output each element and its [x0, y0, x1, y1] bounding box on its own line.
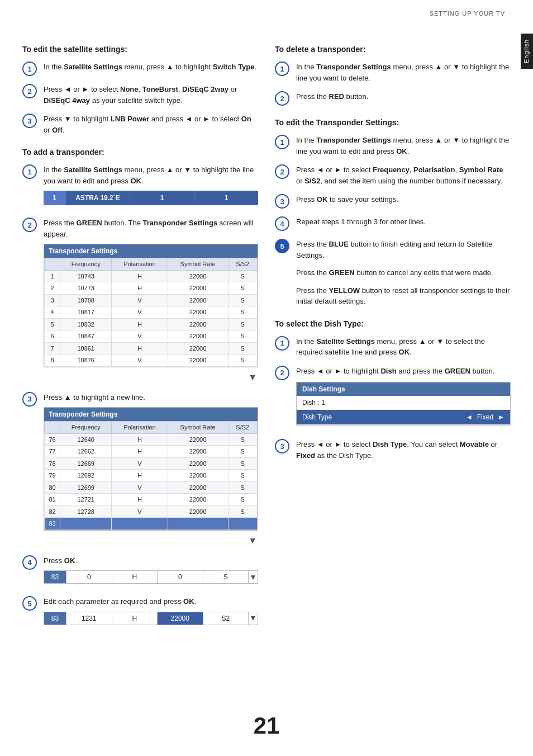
ts2-cell-s: S [228, 470, 257, 482]
table-row: 5 10832 H 22000 S [45, 318, 258, 330]
ts2-cell-num: 79 [45, 470, 60, 482]
table-row: 78 12669 V 22000 S [45, 457, 258, 470]
ts2-cell-s [228, 518, 257, 530]
ts-cell-pol: H [112, 342, 168, 355]
dish-step-icon-3: 3 [275, 439, 289, 453]
ts2-cell-pol: H [112, 494, 168, 506]
ts-cell-num: 6 [45, 330, 60, 343]
edit-tp-step-icon-4: 4 [275, 216, 289, 231]
ts2-cell-pol: H [112, 433, 168, 446]
edit-tp-step5: 5 Press the BLUE button to finish editin… [275, 239, 511, 307]
pb1-col2: 0 [66, 571, 112, 583]
add-tp-step-icon-2: 2 [22, 218, 37, 232]
ts2-col-pol: Polarisation [112, 422, 168, 434]
ts2-cell-s: S [228, 433, 257, 446]
ts-cell-sym: 22000 [168, 270, 228, 282]
ts-cell-s: S [228, 355, 257, 367]
del-tp-step2-content: Press the RED button. [296, 91, 511, 102]
dish-type-label: Dish Type [302, 412, 332, 422]
edit-sat-step2-content: Press ◄ or ► to select None, ToneBurst, … [44, 84, 258, 106]
ts2-cell-num: 80 [45, 481, 60, 494]
ts-cell-num: 1 [45, 270, 60, 282]
ts-col-pol: Polarisation [112, 258, 168, 271]
edit-sat-step3: 3 Press ▼ to highlight LNB Power and pre… [22, 114, 258, 135]
dish-step-icon-2: 2 [275, 366, 289, 380]
ts-cell-pol: V [112, 330, 168, 343]
edit-tp-step-icon-2: 2 [275, 164, 289, 179]
add-tp-step4-content: Press OK. 83 0 H 0 S ▼ [44, 555, 258, 589]
pb1-col5: S [203, 571, 249, 583]
ts2-cell-sym: 22000 [168, 457, 228, 470]
step-icon-1: 1 [22, 62, 37, 76]
ts2-cell-freq [60, 518, 112, 530]
dish-type-left-arrow[interactable]: ◄ [466, 412, 473, 422]
ts-cell-pol: V [112, 355, 168, 367]
ts2-cell-sym: 22000 [168, 446, 228, 458]
ts2-cell-freq: 12699 [60, 481, 112, 494]
table-row: 7 10861 H 22000 S [45, 342, 258, 355]
ts-cell-freq: 10876 [60, 355, 112, 367]
dish-type-right-arrow[interactable]: ► [498, 412, 505, 422]
add-tp-step3-content: Press ▲ to highlight a new line. Transpo… [44, 392, 258, 547]
step-icon-3: 3 [22, 114, 37, 128]
ts2-cell-pol: V [112, 505, 168, 518]
ts-col-sym: Symbol Rate [168, 258, 228, 271]
ts2-cell-sym: 22000 [168, 433, 228, 446]
add-tp-step-icon-3: 3 [22, 392, 37, 407]
section-delete-transponder-title: To delete a transponder: [275, 45, 511, 54]
ts2-cell-sym: 22000 [168, 505, 228, 518]
section-add-transponder-title: To add a transponder: [22, 148, 258, 157]
edit-tp-step2-content: Press ◄ or ► to select Frequency, Polari… [296, 164, 511, 186]
ts-cell-num: 8 [45, 355, 60, 367]
add-tp-step5: 5 Edit each parameter as required and pr… [22, 596, 258, 630]
ts-cell-num: 7 [45, 342, 60, 355]
add-tp-step-icon-4: 4 [22, 555, 37, 570]
ts-cell-sym: 22000 [168, 342, 228, 355]
ts2-col-freq: Frequency [60, 422, 112, 434]
ts2-cell-s: S [228, 481, 257, 494]
dish-settings-box: Dish Settings Dish : 1 Dish Type ◄ Fixed… [296, 382, 511, 426]
edit-tp-step2: 2 Press ◄ or ► to select Frequency, Pola… [275, 164, 511, 186]
ts2-cell-pol: V [112, 481, 168, 494]
dish-type-controls: ◄ Fixed ► [466, 412, 505, 422]
ts2-cell-sym: 22000 [168, 470, 228, 482]
green-note: Press the GREEN button to cancel any edi… [296, 267, 511, 278]
ts-cell-s: S [228, 342, 257, 355]
ts-cell-num: 3 [45, 294, 60, 306]
pb2-col4: 22000 [158, 612, 203, 625]
pb2-col2: 1231 [66, 612, 112, 625]
ts2-cell-num: 78 [45, 457, 60, 470]
ts2-cell-s: S [228, 457, 257, 470]
table-row: 3 10788 V 22000 S [45, 294, 258, 306]
add-tp-step-icon-5: 5 [22, 596, 37, 611]
ts2-cell-freq: 12721 [60, 494, 112, 506]
table-row: 79 12692 H 22000 S [45, 470, 258, 482]
ts2-cell-sym [168, 518, 228, 530]
del-tp-step1: 1 In the Transponder Settings menu, pres… [275, 62, 511, 83]
ts-cell-freq: 10743 [60, 270, 112, 282]
ts-cell-s: S [228, 330, 257, 343]
edit-sat-step1-content: In the Satellite Settings menu, press ▲ … [44, 62, 258, 73]
ts-cell-freq: 10788 [60, 294, 112, 306]
ts2-cell-pol: H [112, 470, 168, 482]
ts-col-ss2: S/S2 [228, 258, 257, 271]
ts2-cell-sym: 22000 [168, 494, 228, 506]
edit-tp-step5-content: Press the BLUE button to finish editing … [296, 239, 511, 307]
add-tp-step3: 3 Press ▲ to highlight a new line. Trans… [22, 392, 258, 547]
edit-tp-step3-content: Press OK to save your settings. [296, 194, 511, 205]
ts2-cell-sym: 22000 [168, 481, 228, 494]
ts2-cell-pol: H [112, 446, 168, 458]
transponder-bar-1: 1 ASTRA 19.2˚E 1 1 [44, 191, 258, 205]
ts2-cell-num: 81 [45, 494, 60, 506]
tp-bar-col2: ASTRA 19.2˚E [66, 191, 130, 205]
del-tp-step-icon-1: 1 [275, 62, 289, 76]
ts2-cell-freq: 12640 [60, 433, 112, 446]
dish-settings-title: Dish Settings [297, 382, 510, 396]
table-row: 77 12662 H 22000 S [45, 446, 258, 458]
add-tp-step2-content: Press the GREEN button. The Transponder … [44, 218, 258, 384]
right-column: To delete a transponder: 1 In the Transp… [275, 45, 511, 637]
ts-cell-s: S [228, 306, 257, 319]
ts-cell-sym: 22000 [168, 294, 228, 306]
edit-sat-step2: 2 Press ◄ or ► to select None, ToneBurst… [22, 84, 258, 106]
ts-cell-num: 4 [45, 306, 60, 319]
